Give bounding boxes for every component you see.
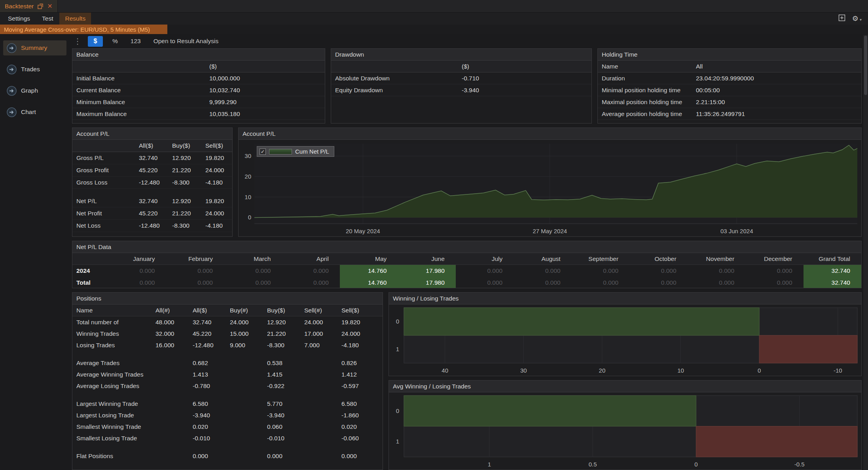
row-value: 9,999.290 [209, 99, 325, 106]
row-label: Largest Winning Trade [76, 400, 155, 407]
svg-text:10: 10 [677, 367, 684, 374]
col-header: Buy($) [267, 307, 304, 314]
panel-title-text: Positions [76, 295, 101, 302]
sidebar-item-graph[interactable]: Graph [3, 83, 66, 98]
close-icon[interactable]: ✕ [47, 3, 52, 10]
currency-view-button[interactable]: $ [88, 36, 103, 47]
row-value: 14.760 [340, 265, 398, 277]
document-tab[interactable]: Backtester ✕ [0, 0, 58, 12]
row-label: Absolute Drawdown [331, 75, 462, 82]
row-value: 14.760 [340, 277, 398, 288]
col-header: All($) [139, 142, 172, 149]
table-row: Maximum Balance10,035.180 [72, 108, 325, 120]
sidebar-item-label: Graph [21, 87, 38, 94]
table-row: Net P/L32.74012.92019.820 [72, 195, 232, 207]
row-value: 5.770 [267, 400, 304, 407]
toolbar-grip-icon[interactable]: ⋮ [74, 36, 81, 46]
row-label: Current Balance [72, 87, 209, 94]
row-label: Average Trades [76, 360, 155, 367]
panel-title: Balance [72, 49, 325, 61]
row-label: Initial Balance [72, 75, 209, 82]
row-value: -4.180 [205, 179, 232, 186]
col-header: All($) [193, 307, 230, 314]
svg-text:27 May 2024: 27 May 2024 [533, 228, 567, 234]
percent-view-button[interactable]: % [109, 36, 121, 47]
row-value: 0.000 [514, 277, 571, 288]
panel-title-text: Balance [76, 51, 99, 58]
group-gap [72, 444, 383, 450]
row-value: -1.860 [341, 412, 379, 419]
tab-settings[interactable]: Settings [2, 13, 36, 25]
panel-title: Drawdown [331, 49, 591, 61]
row-label: Net P/L [76, 198, 139, 205]
settings-gear-icon[interactable]: ⚙▾ [852, 14, 862, 23]
svg-text:0: 0 [396, 318, 399, 325]
col-header: May [340, 255, 398, 263]
table-row: Net Profit45.22021.22024.000 [72, 207, 232, 220]
row-value: 6.580 [193, 400, 230, 407]
strategy-banner: Moving Average Cross-over: EUR/USD, 5 Mi… [0, 25, 167, 34]
row-value: 24.000 [205, 167, 232, 174]
winning-losing-chart-svg: 403020100-1001 [389, 304, 861, 376]
sidebar: Summary Trades Graph Chart [0, 34, 70, 470]
strategy-banner-row: Moving Average Cross-over: EUR/USD, 5 Mi… [0, 25, 868, 34]
graph-icon [6, 86, 17, 96]
col-header: October [629, 255, 687, 263]
table-row: Maximal position holding time2.21:15:00 [598, 96, 861, 108]
row-value: 24.000 [304, 319, 341, 326]
col-header-unit: ($) [209, 63, 325, 70]
col-header: All [696, 63, 861, 70]
row-value: 32.740 [139, 154, 172, 162]
row-label: 2024 [72, 267, 108, 274]
col-header: Buy($) [172, 142, 205, 149]
row-label: Gross Loss [76, 179, 139, 186]
add-window-icon[interactable] [838, 14, 846, 23]
table-row: Total number of48.00032.74024.00012.9202… [72, 316, 383, 328]
sidebar-item-summary[interactable]: Summary [3, 40, 66, 55]
column-header-row: ($) [72, 61, 325, 72]
table-row: Largest Losing Trade-3.940-3.940-1.860 [72, 409, 383, 421]
vertical-scrollbar[interactable] [863, 35, 868, 470]
row-value: 0.000 [572, 277, 629, 288]
row-value: 15.000 [230, 330, 267, 337]
column-header-row: All($)Buy($)Sell($) [72, 140, 232, 152]
row-value: -3.940 [193, 412, 230, 419]
svg-text:20: 20 [244, 173, 251, 180]
result-toolbar: ⋮ $ % 123 Open to Result Analysis [72, 34, 862, 48]
sidebar-item-trades[interactable]: Trades [3, 62, 66, 77]
table-row: Initial Balance10,000.000 [72, 72, 325, 84]
row-value: -12.480 [139, 222, 172, 229]
col-header: July [456, 255, 514, 263]
row-value: -8.300 [267, 342, 304, 349]
open-result-analysis-button[interactable]: Open to Result Analysis [150, 36, 222, 47]
numeric-view-button[interactable]: 123 [127, 36, 144, 47]
svg-text:0: 0 [694, 461, 697, 468]
group-gap [72, 392, 383, 398]
row-value: -12.480 [193, 342, 230, 349]
row-value: -0.010 [267, 435, 304, 442]
chart-icon [6, 107, 17, 118]
tab-test[interactable]: Test [36, 13, 59, 25]
table-row: Gross Profit45.22021.22024.000 [72, 164, 232, 177]
row-label: Net Profit [76, 210, 139, 217]
popout-icon[interactable] [38, 4, 43, 9]
drawdown-panel: Drawdown ($) Absolute Drawdown-0.710Equi… [331, 48, 592, 124]
row-value: 0.000 [282, 265, 339, 277]
winning-losing-panel: Winning / Losing Trades 403020100-1001 [389, 292, 862, 376]
cum-net-pl-chart: 20 May 202427 May 202403 Jun 20240102030… [239, 140, 861, 236]
table-row: Gross P/L32.74012.92019.820 [72, 152, 232, 164]
winning-losing-chart: 403020100-1001 [389, 304, 861, 376]
table-row: Smallest Winning Trade0.0200.0600.020 [72, 421, 383, 432]
chart-legend[interactable]: ✓ Cum Net P/L [257, 146, 334, 157]
scrollbar-thumb[interactable] [864, 36, 867, 95]
group-gap [72, 189, 232, 195]
row-value: 00:05:00 [696, 87, 861, 94]
tab-results[interactable]: Results [59, 13, 91, 25]
row-value: -0.710 [462, 75, 591, 82]
legend-checkbox-checked[interactable]: ✓ [260, 148, 266, 155]
table-row: Winning Trades32.00045.22015.00021.22017… [72, 328, 383, 339]
column-header-row: JanuaryFebruaryMarchAprilMayJuneJulyAugu… [72, 253, 861, 265]
sidebar-item-chart[interactable]: Chart [3, 105, 66, 120]
row-label: Gross Profit [76, 167, 139, 174]
svg-text:20: 20 [599, 367, 606, 374]
